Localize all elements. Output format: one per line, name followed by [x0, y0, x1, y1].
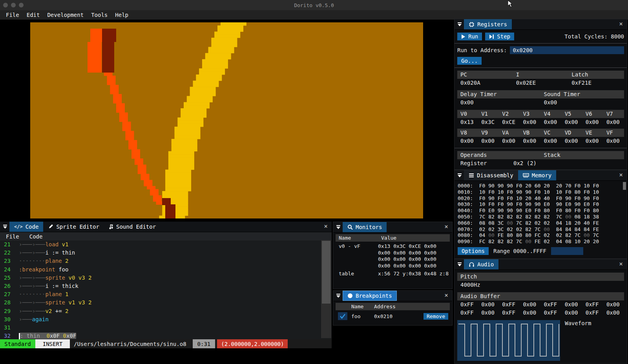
memory-hex-dump: 0000: F0 90 90 90 F0 20 60 20 20 70 F0 1… — [458, 183, 624, 245]
line-number[interactable]: 29 — [0, 307, 19, 315]
code-editor-area[interactable]: 21›───›───load v122›───›───i := thin23··… — [0, 240, 332, 340]
tab-code[interactable]: </> Code — [9, 222, 43, 232]
line-number[interactable]: 23 — [0, 257, 19, 265]
close-icon[interactable]: × — [444, 291, 448, 299]
list-icon — [469, 173, 474, 178]
tab-disassembly[interactable]: Disassembly — [464, 170, 518, 180]
code-menu-file[interactable]: File — [6, 233, 19, 240]
v8-vf-values: 0x000x000x000x000x000x000x000x00 — [457, 137, 624, 145]
memory-bytes: 7C 82 02 02 04 18 20 40 FE — [513, 220, 599, 226]
pc-i-latch-headers: PCILatch — [457, 71, 624, 79]
code-line[interactable]: 23········plane 2 — [0, 257, 332, 265]
run-button[interactable]: Run — [457, 33, 482, 40]
tab-registers[interactable]: Registers — [464, 19, 512, 29]
run-to-address-input[interactable]: 0x0200 — [510, 46, 624, 54]
tab-audio[interactable]: Audio — [464, 259, 498, 269]
code-line[interactable]: 26›───›───i := thick — [0, 282, 332, 290]
brush-icon — [48, 224, 53, 229]
code-line[interactable]: 31 — [0, 324, 332, 332]
menu-item-edit[interactable]: Edit — [27, 12, 40, 18]
line-number[interactable]: 21 — [0, 240, 19, 249]
line-number[interactable]: 28 — [0, 298, 19, 307]
code-line[interactable]: 24:breakpoint foo — [0, 266, 332, 274]
memory-range-input[interactable] — [551, 247, 583, 255]
code-scrollbar[interactable] — [321, 240, 331, 338]
audio-panel: Audio × Pitch 4000Hz Audio Buffer 0xFF0x… — [454, 259, 627, 364]
registers-panel-header: Registers × — [455, 19, 627, 30]
memory-bytes: 02 02 3C 02 02 82 7C — [479, 226, 544, 232]
code-line[interactable]: 22›───›───i := thin — [0, 249, 332, 257]
monitor-row[interactable]: v0 - vF0x13 0x3C 0xCE 0x00 0x00 0x00 0x0… — [336, 243, 450, 269]
code-line[interactable]: 27········plane 1 — [0, 290, 332, 298]
step-icon — [489, 34, 494, 39]
collapse-icon[interactable] — [457, 173, 462, 178]
audio-buffer-value: 0x00 — [603, 309, 624, 317]
memory-address: 0020: — [458, 195, 479, 201]
close-icon[interactable]: × — [619, 20, 623, 27]
line-number[interactable]: 31 — [0, 324, 19, 332]
memory-row: 0020: F0 90 F0 F0 10 20 40 40 F0 90 F0 9… — [458, 195, 624, 202]
line-number[interactable]: 24 — [0, 266, 19, 274]
close-icon[interactable]: × — [619, 260, 623, 268]
tab-memory-label: Memory — [532, 172, 552, 178]
tab-disassembly-label: Disassembly — [477, 172, 513, 178]
timer-header: Delay Timer — [457, 90, 541, 98]
tab-breakpoints[interactable]: Breakpoints — [343, 291, 397, 301]
code-line-text: ›───again — [19, 315, 49, 324]
memory-bytes: 04 — [479, 232, 488, 238]
monitor-name: v0 - vF — [336, 243, 378, 269]
tab-sprite-editor[interactable]: Sprite Editor — [43, 222, 104, 232]
remove-breakpoint-button[interactable]: Remove — [424, 313, 448, 320]
audio-buffer-value: 0xFF — [499, 300, 520, 309]
monitor-value: 0x13 0x3C 0xCE 0x00 0x00 0x00 0x00 0x00 … — [378, 243, 450, 269]
close-icon[interactable]: × — [619, 171, 623, 178]
breakpoints-columns: Name Address — [336, 303, 450, 310]
collapse-icon[interactable] — [457, 22, 462, 27]
collapse-icon[interactable] — [2, 224, 8, 229]
code-menu-code[interactable]: Code — [29, 233, 43, 240]
code-line[interactable]: 28›───›───sprite v1 v3 2 — [0, 298, 332, 307]
monitors-columns: Name Value — [336, 234, 450, 242]
go-button[interactable]: Go... — [457, 57, 482, 65]
code-line[interactable]: 29›───›───v2 += 2 — [0, 307, 332, 315]
breakpoint-checkbox[interactable] — [338, 312, 347, 320]
menu-item-tools[interactable]: Tools — [91, 12, 108, 18]
line-number[interactable]: 27 — [0, 290, 19, 298]
line-number[interactable]: 22 — [0, 249, 19, 257]
memory-address: 0080: — [458, 232, 479, 238]
search-icon — [347, 224, 353, 230]
mouse-cursor — [508, 0, 514, 8]
collapse-icon[interactable] — [336, 224, 341, 230]
memory-options-button[interactable]: Options — [458, 247, 489, 255]
menu-item-help[interactable]: Help — [115, 12, 128, 18]
code-line[interactable]: 30›───again — [0, 315, 332, 324]
tab-memory[interactable]: Memory — [518, 170, 557, 180]
code-token — [58, 241, 62, 248]
v-register-value: 0x00 — [520, 137, 540, 145]
tab-sound-editor[interactable]: Sound Editor — [104, 222, 161, 232]
tab-monitors[interactable]: Monitors — [343, 222, 387, 232]
menu-item-file[interactable]: File — [6, 12, 19, 18]
step-button[interactable]: Step — [485, 33, 514, 40]
memory-bytes: FE 02 04 08 10 20 20 — [531, 238, 599, 244]
v-register-value: 0x00 — [603, 118, 624, 126]
breakpoint-row[interactable]: foo0x0210Remove — [336, 312, 450, 320]
code-scrollbar-thumb[interactable] — [322, 241, 330, 304]
menu-item-development[interactable]: Development — [47, 12, 84, 18]
line-number[interactable]: 26 — [0, 282, 19, 290]
close-icon[interactable]: × — [444, 223, 448, 230]
collapse-icon[interactable] — [336, 293, 341, 298]
code-token: i := thin — [45, 249, 75, 256]
status-edit-mode: INSERT — [35, 339, 70, 348]
close-icon[interactable]: × — [324, 222, 328, 230]
memory-scrollbar[interactable] — [623, 182, 626, 190]
code-line[interactable]: 25›───›───sprite v0 v3 2 — [0, 274, 332, 282]
code-line[interactable]: 21›───›───load v1 — [0, 240, 332, 249]
monitor-row[interactable]: tablex:56 72 y:0x38 0x48 z:8 — [336, 271, 450, 277]
v-register-value: 0x00 — [541, 118, 562, 126]
code-token: sprite — [45, 275, 65, 281]
code-token: again — [32, 316, 49, 322]
collapse-icon[interactable] — [457, 262, 462, 267]
line-number[interactable]: 25 — [0, 274, 19, 282]
line-number[interactable]: 30 — [0, 315, 19, 324]
